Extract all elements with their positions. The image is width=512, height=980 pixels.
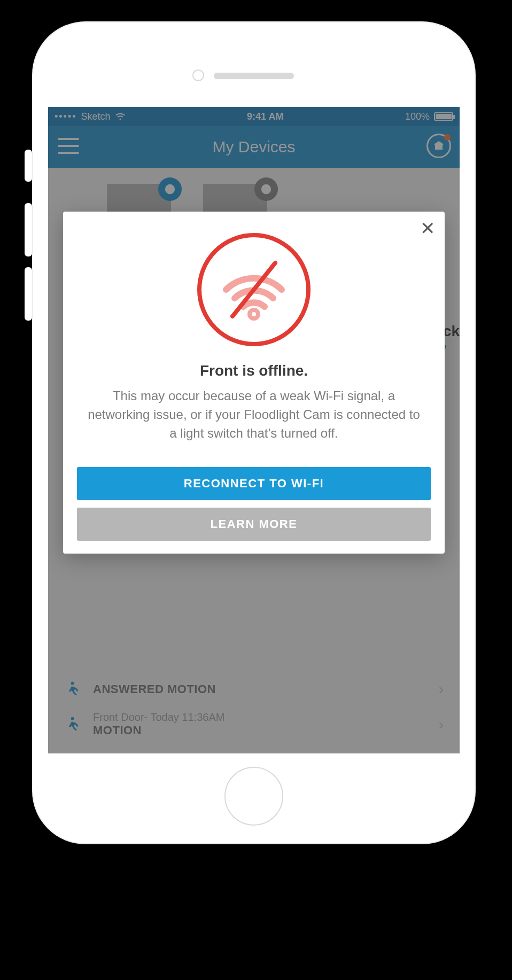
modal-title: Front is offline. — [77, 362, 431, 379]
phone-camera — [192, 69, 204, 81]
phone-side-button — [25, 267, 32, 321]
offline-modal: ✕ Front is offline. This may occur becau… — [63, 212, 445, 554]
learn-more-button[interactable]: LEARN MORE — [77, 508, 431, 541]
phone-frame: ••••• Sketch 9:41 AM 100% My Devices — [32, 21, 476, 844]
reconnect-button[interactable]: RECONNECT TO WI-FI — [77, 467, 431, 500]
svg-point-1 — [250, 310, 258, 318]
phone-side-button — [25, 203, 32, 256]
phone-side-button — [25, 150, 32, 182]
stage: ••••• Sketch 9:41 AM 100% My Devices — [0, 0, 512, 980]
device-screen: ••••• Sketch 9:41 AM 100% My Devices — [48, 107, 460, 753]
modal-description: This may occur because of a weak Wi-Fi s… — [77, 387, 431, 442]
close-button[interactable]: ✕ — [420, 219, 435, 237]
wifi-off-icon — [195, 231, 313, 348]
close-icon: ✕ — [420, 218, 435, 238]
phone-home-button — [224, 767, 283, 826]
phone-speaker — [214, 73, 294, 79]
